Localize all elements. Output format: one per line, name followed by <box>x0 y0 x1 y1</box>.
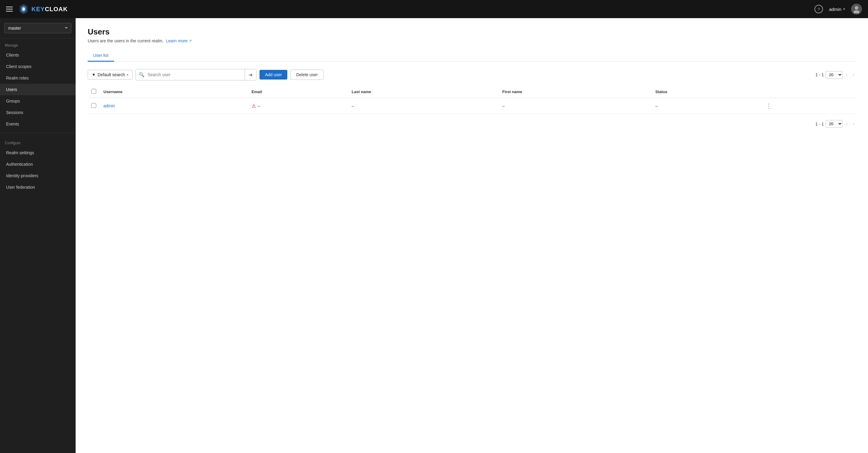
tabs: User list <box>88 50 856 62</box>
users-table: Username Email Last name First name Stat… <box>88 86 856 114</box>
user-chevron-icon: ▾ <box>843 7 845 11</box>
configure-section-label: Configure <box>0 136 75 147</box>
main-content: Users Users are the users in the current… <box>75 18 868 453</box>
col-first-name: First name <box>499 86 652 98</box>
realm-selector-wrapper: master <box>0 18 75 38</box>
row-actions-button[interactable]: ⋮ <box>764 102 774 110</box>
pagination-size-select-top[interactable]: 2050100 <box>826 71 843 78</box>
topnav: KEYCLOAK ? admin ▾ <box>0 0 868 18</box>
col-status: Status <box>652 86 760 98</box>
sidebar: master Manage Clients Client scopes Real… <box>0 18 75 453</box>
add-user-button[interactable]: Add user <box>259 70 287 79</box>
sidebar-item-authentication[interactable]: Authentication <box>0 158 75 170</box>
search-icon: 🔍 <box>136 69 148 80</box>
sidebar-item-groups[interactable]: Groups <box>0 95 75 107</box>
keycloak-logo-icon <box>18 4 29 14</box>
pagination-size-select-bottom[interactable]: 2050100 <box>826 120 843 128</box>
search-wrapper: 🔍 ➔ <box>135 69 256 80</box>
topnav-right: ? admin ▾ <box>814 4 862 14</box>
sidebar-item-identity-providers[interactable]: Identity providers <box>0 170 75 182</box>
svg-point-4 <box>854 10 860 13</box>
sidebar-item-sessions[interactable]: Sessions <box>0 107 75 118</box>
external-link-icon: ↗ <box>189 39 192 43</box>
app-name: KEYCLOAK <box>31 6 68 13</box>
row-email-cell: ⚠ – <box>248 98 348 114</box>
select-all-col <box>88 86 100 98</box>
app-logo: KEYCLOAK <box>18 4 68 14</box>
pagination-top: 1 - 1 2050100 ‹ › <box>815 71 856 78</box>
pagination-display-bottom: 1 - 1 <box>815 122 824 126</box>
learn-more-label: Learn more <box>166 38 188 43</box>
sidebar-item-users[interactable]: Users <box>0 84 75 95</box>
next-page-button-bottom[interactable]: › <box>851 120 856 128</box>
next-page-button-top[interactable]: › <box>851 71 856 78</box>
hamburger-menu[interactable] <box>6 7 13 11</box>
help-button[interactable]: ? <box>814 5 823 13</box>
sidebar-divider <box>0 133 75 133</box>
sidebar-item-clients[interactable]: Clients <box>0 49 75 61</box>
sidebar-item-user-federation[interactable]: User federation <box>0 182 75 193</box>
table-body: admin ⚠ – – – – ⋮ <box>88 98 856 114</box>
delete-user-button[interactable]: Delete user <box>290 70 323 80</box>
manage-section-label: Manage <box>0 38 75 49</box>
learn-more-link[interactable]: Learn more ↗ <box>166 38 192 43</box>
sidebar-item-realm-settings[interactable]: Realm settings <box>0 147 75 158</box>
col-actions <box>760 86 856 98</box>
avatar[interactable] <box>851 4 862 14</box>
pagination-display-top: 1 - 1 <box>815 72 824 77</box>
pagination-bottom: 1 - 1 2050100 ‹ › <box>88 120 856 128</box>
email-value: – <box>258 103 260 108</box>
row-status-cell: – <box>652 98 760 114</box>
realm-select[interactable]: master <box>4 23 71 33</box>
row-checkbox-cell <box>88 98 100 114</box>
table-header-row: Username Email Last name First name Stat… <box>88 86 856 98</box>
app-name-prefix: KEY <box>31 6 45 12</box>
filter-chevron-icon: ▾ <box>127 73 128 77</box>
row-username-cell: admin <box>100 98 248 114</box>
sidebar-item-events[interactable]: Events <box>0 118 75 130</box>
col-username: Username <box>100 86 248 98</box>
search-go-button[interactable]: ➔ <box>245 69 256 80</box>
table-head: Username Email Last name First name Stat… <box>88 86 856 98</box>
prev-page-button-bottom[interactable]: ‹ <box>844 120 849 128</box>
select-all-checkbox[interactable] <box>91 89 96 94</box>
layout: master Manage Clients Client scopes Real… <box>0 18 868 453</box>
user-name: admin <box>829 7 841 12</box>
row-checkbox[interactable] <box>91 103 96 108</box>
sidebar-item-realm-roles[interactable]: Realm roles <box>0 72 75 84</box>
col-email: Email <box>248 86 348 98</box>
avatar-icon <box>852 5 861 13</box>
row-actions-cell: ⋮ <box>760 98 856 114</box>
user-menu[interactable]: admin ▾ <box>829 7 845 12</box>
filter-label: Default search <box>98 72 125 77</box>
table-row: admin ⚠ – – – – ⋮ <box>88 98 856 114</box>
email-warning-icon: ⚠ <box>252 103 256 109</box>
row-last-name-cell: – <box>348 98 499 114</box>
toolbar: ▼ Default search ▾ 🔍 ➔ Add user Delete u… <box>88 69 856 80</box>
tab-user-list[interactable]: User list <box>88 50 114 62</box>
row-first-name-cell: – <box>499 98 652 114</box>
page-title: Users <box>88 27 856 37</box>
filter-icon: ▼ <box>92 72 96 77</box>
page-subtitle-text: Users are the users in the current realm… <box>88 38 164 43</box>
col-last-name: Last name <box>348 86 499 98</box>
page-subtitle: Users are the users in the current realm… <box>88 38 856 43</box>
app-name-suffix: CLOAK <box>45 6 68 12</box>
prev-page-button-top[interactable]: ‹ <box>844 71 849 78</box>
username-link[interactable]: admin <box>103 103 115 108</box>
svg-point-3 <box>855 6 858 10</box>
search-input[interactable] <box>148 70 245 79</box>
filter-button[interactable]: ▼ Default search ▾ <box>88 70 132 79</box>
sidebar-item-client-scopes[interactable]: Client scopes <box>0 61 75 72</box>
